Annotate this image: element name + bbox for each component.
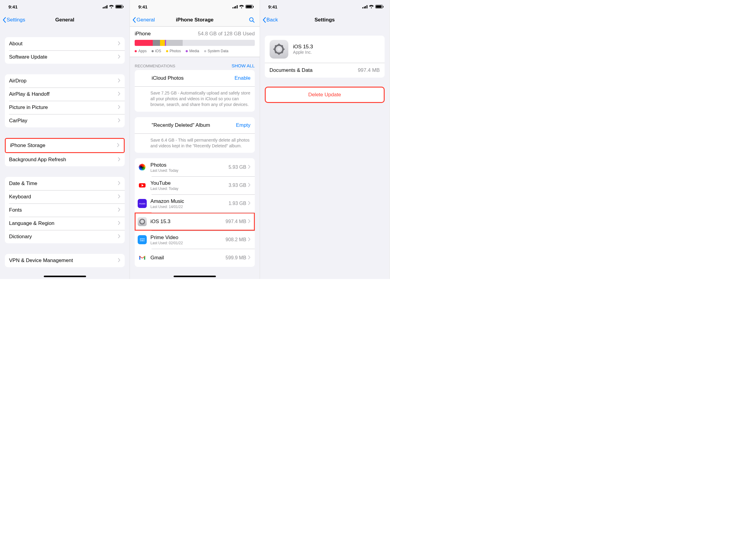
wifi-icon <box>239 5 244 8</box>
row-keyboard[interactable]: Keyboard <box>5 190 125 204</box>
photos-icon <box>139 74 148 83</box>
settings-icon <box>138 217 147 226</box>
chevron-left-icon <box>262 17 266 23</box>
row-language-region[interactable]: Language & Region <box>5 217 125 230</box>
status-indicators <box>103 5 123 8</box>
show-all-link[interactable]: SHOW ALL <box>232 63 255 68</box>
app-info: Prime VideoLast Used: 02/01/22 <box>150 235 226 245</box>
legend-item: System Data <box>204 49 229 53</box>
row-label: Picture in Picture <box>9 105 48 111</box>
app-size: 5.93 GB <box>229 165 246 170</box>
row-dictionary[interactable]: Dictionary <box>5 230 125 243</box>
chevron-right-icon <box>118 258 121 264</box>
row-fonts[interactable]: Fonts <box>5 204 125 217</box>
home-indicator[interactable] <box>174 275 216 277</box>
row-airdrop[interactable]: AirDrop <box>5 74 125 88</box>
chevron-right-icon <box>248 165 251 170</box>
scroll-area[interactable]: iPhone 54.8 GB of 128 GB Used AppsiOSPho… <box>130 27 259 279</box>
delete-update-button[interactable]: Delete Update <box>265 87 384 103</box>
cellular-icon <box>103 5 108 8</box>
row-label: CarPlay <box>9 118 27 124</box>
row-about[interactable]: About <box>5 37 125 50</box>
app-row-gmail[interactable]: Gmail599.9 MB <box>135 249 255 267</box>
home-indicator[interactable] <box>44 275 86 277</box>
row-label: Software Update <box>9 54 47 60</box>
back-button[interactable]: General <box>132 17 155 23</box>
app-row-prime-video[interactable]: primevideoPrime VideoLast Used: 02/01/22… <box>135 231 255 249</box>
chevron-right-icon <box>118 207 121 213</box>
cellular-icon <box>362 5 368 8</box>
row-picture-in-picture[interactable]: Picture in Picture <box>5 101 125 114</box>
app-name: iOS 15.3 <box>293 44 313 50</box>
rec-action-enable[interactable]: Enable <box>235 75 251 81</box>
legend-dot <box>152 50 154 52</box>
rec-title: "Recently Deleted" Album <box>152 122 232 128</box>
primevideo-icon: primevideo <box>138 235 147 244</box>
app-name: YouTube <box>150 180 229 186</box>
row-software-update[interactable]: Software Update <box>5 50 125 64</box>
youtube-icon <box>138 181 147 190</box>
wifi-icon <box>109 5 114 8</box>
rec-card-icloud-photos: iCloud Photos Enable Save 7.25 GB - Auto… <box>135 70 255 112</box>
svg-point-16 <box>278 48 281 51</box>
app-row-amazon-music[interactable]: musicAmazon MusicLast Used: 14/01/221.93… <box>135 195 255 213</box>
row-vpn-device-management[interactable]: VPN & Device Management <box>5 254 125 267</box>
screen-general: 9:41 Settings General About Software Upd… <box>0 0 130 279</box>
row-airplay-handoff[interactable]: AirPlay & Handoff <box>5 88 125 101</box>
app-name: iOS 15.3 <box>150 219 226 225</box>
app-row-youtube[interactable]: YouTubeLast Used: Today3.93 GB <box>135 176 255 195</box>
group-1: About Software Update <box>5 37 125 64</box>
nav-bar: General iPhone Storage <box>130 13 259 27</box>
app-name: Prime Video <box>150 235 226 241</box>
row-label: AirPlay & Handoff <box>9 91 50 97</box>
svg-point-5 <box>141 221 143 223</box>
app-name: Amazon Music <box>150 198 229 205</box>
search-button[interactable] <box>245 17 257 23</box>
app-info-card: iOS 15.3 Apple Inc. Documents & Data 997… <box>265 36 384 78</box>
chevron-right-icon <box>118 157 121 163</box>
row-iphone-storage[interactable]: iPhone Storage <box>6 139 124 152</box>
group-5: VPN & Device Management <box>5 254 125 267</box>
chevron-right-icon <box>118 54 121 60</box>
row-date-time[interactable]: Date & Time <box>5 177 125 190</box>
legend-item: Apps <box>135 49 146 53</box>
row-label: Dictionary <box>9 234 32 240</box>
screen-update-detail: 9:41 Back Settings <box>260 0 390 279</box>
row-carplay[interactable]: CarPlay <box>5 114 125 127</box>
screen-iphone-storage: 9:41 General iPhone Storage iPhone 54.8 … <box>130 0 260 279</box>
back-button[interactable]: Settings <box>2 17 25 23</box>
amazonmusic-icon: music <box>138 199 147 208</box>
app-row-ios-15-3[interactable]: iOS 15.3997.4 MB <box>135 213 255 231</box>
app-name: Gmail <box>150 255 226 261</box>
app-size: 3.93 GB <box>229 183 246 188</box>
back-button[interactable]: Back <box>262 17 278 23</box>
rec-title: iCloud Photos <box>152 75 231 81</box>
rec-action-empty[interactable]: Empty <box>236 122 250 128</box>
svg-line-12 <box>275 45 276 46</box>
app-info: YouTubeLast Used: Today <box>150 180 229 191</box>
gmail-icon <box>138 253 147 263</box>
chevron-left-icon <box>2 17 6 23</box>
back-label: Back <box>267 17 278 23</box>
app-info: Gmail <box>150 255 226 261</box>
legend-label: Apps <box>138 49 146 53</box>
rec-desc: Save 6.4 GB - This will permanently dele… <box>135 134 255 153</box>
settings-list: About Software Update AirDrop AirPlay & … <box>0 37 130 267</box>
app-row-photos[interactable]: PhotosLast Used: Today5.93 GB <box>135 158 255 176</box>
app-size: 599.9 MB <box>226 255 246 261</box>
device-name: iPhone <box>135 31 151 37</box>
row-background-app-refresh[interactable]: Background App Refresh <box>5 153 125 166</box>
row-label: About <box>9 41 22 47</box>
search-icon <box>249 17 255 23</box>
status-time: 9:41 <box>8 4 18 9</box>
app-info: Amazon MusicLast Used: 14/01/22 <box>150 198 229 209</box>
photos-icon <box>139 121 148 130</box>
row-label: Background App Refresh <box>9 157 66 163</box>
svg-line-13 <box>282 52 283 53</box>
chevron-right-icon <box>248 237 251 243</box>
row-label: Fonts <box>9 207 22 213</box>
chevron-right-icon <box>118 194 121 200</box>
app-header: iOS 15.3 Apple Inc. <box>265 36 384 63</box>
status-time: 9:41 <box>138 4 147 9</box>
legend-label: iOS <box>155 49 161 53</box>
